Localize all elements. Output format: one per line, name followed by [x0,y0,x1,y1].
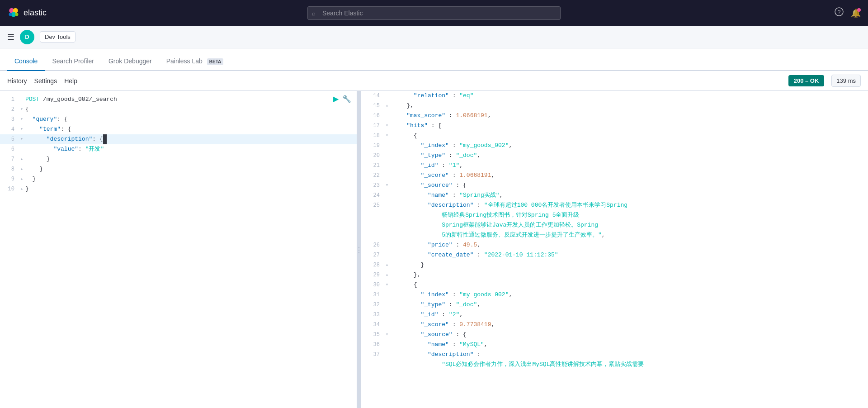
svg-point-4 [15,13,19,16]
result-line-24: 24 "name" : "Spring实战", [361,190,868,200]
line-num-5: 5 [0,134,18,144]
line-content-2: { [25,104,357,114]
svg-point-3 [9,13,12,16]
line-num-6: 6 [0,144,18,154]
line-content-8: } [25,164,357,174]
line-content-5: "description": { [25,134,357,144]
result-line-15: 15 ▴ }, [361,101,868,111]
notifications-icon[interactable]: 🔔 [851,8,861,18]
result-line-18: 18 ▾ { [361,131,868,141]
beta-badge: BETA [207,58,223,65]
result-line-19: 19 "_index" : "my_goods_002", [361,141,868,151]
help-icon[interactable]: ? [835,7,844,19]
menu-history[interactable]: History [7,77,27,85]
result-line-32: 32 "_type" : "_doc", [361,300,868,310]
dev-tools-badge[interactable]: Dev Tools [40,31,75,43]
line-num-8: 8 [0,164,18,174]
settings-button[interactable]: 🔧 [342,95,351,103]
line-content-7: } [25,154,357,164]
menu-help[interactable]: Help [64,77,77,85]
result-line-22: 22 "_score" : 1.0668191, [361,171,868,180]
result-line-25: 25 "description" : "全球有超过100 000名开发者使用本书… [361,200,868,240]
result-line-36: 36 "name" : "MySQL", [361,340,868,350]
user-avatar[interactable]: D [20,30,34,44]
main-content: ▶ 🔧 1 POST /my_goods_002/_search 2 ▾ { 3… [0,91,868,408]
logo-area: elastic [7,7,47,19]
editor-panel[interactable]: ▶ 🔧 1 POST /my_goods_002/_search 2 ▾ { 3… [0,91,357,408]
line-content-6: "value": "开发" [25,144,357,154]
editor-toolbar: ▶ 🔧 [333,95,351,103]
line-content-10: } [25,184,357,194]
editor-line-5: 5 ▾ "description": { [0,134,357,144]
result-line-21: 21 "_id" : "1", [361,161,868,171]
editor-line-7: 7 ▴ } [0,154,357,164]
tab-painless-lab[interactable]: Painless Lab BETA [159,52,231,71]
editor-line-6: 6 "value": "开发" [0,144,357,154]
editor-line-3: 3 ▾ "query": { [0,114,357,124]
panel-divider[interactable]: ⋮ [357,91,361,408]
line-num-4: 4 [0,124,18,134]
fold-8[interactable]: ▴ [18,164,25,174]
run-button[interactable]: ▶ [333,95,339,103]
search-icon: ⌕ [312,9,316,16]
cursor [103,134,107,144]
result-line-37: 37 "description" : "SQL必知必会作者力作，深入浅出MySQ… [361,350,868,370]
result-line-33: 33 "_id" : "2", [361,310,868,320]
secondary-bar: ☰ D Dev Tools [0,26,868,48]
tab-console[interactable]: Console [7,52,45,71]
time-badge: 139 ms [831,75,861,87]
fold-5[interactable]: ▾ [18,134,25,144]
line-content-3: "query": { [25,114,357,124]
line-num-1: 1 [0,95,18,104]
notification-dot [857,8,861,12]
svg-text:?: ? [838,9,841,15]
result-line-29: 29 ▴ }, [361,270,868,280]
result-line-31: 31 "_index" : "my_goods_002", [361,290,868,300]
editor-line-1: 1 POST /my_goods_002/_search [0,95,357,104]
results-panel[interactable]: 14 "relation" : "eq" 15 ▴ }, 16 "max_sco… [361,91,868,408]
global-search-input[interactable] [307,6,561,20]
tab-bar: Console Search Profiler Grok Debugger Pa… [0,48,868,71]
status-ok-badge: 200 – OK [788,75,825,86]
editor-line-8: 8 ▴ } [0,164,357,174]
result-line-20: 20 "_type" : "_doc", [361,151,868,161]
tab-grok-debugger[interactable]: Grok Debugger [101,52,159,71]
global-search-bar[interactable]: ⌕ [307,6,561,20]
fold-7[interactable]: ▴ [18,154,25,164]
line-content-9: } [25,174,357,184]
elastic-logo-icon [7,7,20,19]
line-num-10: 10 [0,184,18,194]
result-line-17: 17 ▾ "hits" : [ [361,121,868,131]
line-num-2: 2 [0,104,18,114]
result-line-35: 35 ▾ "_source" : { [361,330,868,340]
result-line-30: 30 ▾ { [361,280,868,290]
tab-search-profiler[interactable]: Search Profiler [45,52,101,71]
result-line-28: 28 ▴ } [361,260,868,270]
line-content-4: "term": { [25,124,357,134]
result-line-26: 26 "price" : 49.5, [361,240,868,250]
hamburger-button[interactable]: ☰ [7,32,14,42]
result-line-27: 27 "create_date" : "2022-01-10 11:12:35" [361,250,868,260]
line-num-7: 7 [0,154,18,164]
result-line-23: 23 ▾ "_source" : { [361,180,868,190]
result-line-34: 34 "_score" : 0.7738419, [361,320,868,330]
fold-2[interactable]: ▾ [18,104,25,114]
line-num-3: 3 [0,114,18,124]
fold-9[interactable]: ▴ [18,174,25,184]
navbar: elastic ⌕ ? 🔔 [0,0,868,26]
result-line-14: 14 "relation" : "eq" [361,91,868,101]
fold-10[interactable]: ▴ [18,184,25,194]
editor-line-10: 10 ▴ } [0,184,357,194]
fold-4[interactable]: ▾ [18,124,25,134]
line-num-9: 9 [0,174,18,184]
result-line-16: 16 "max_score" : 1.0668191, [361,111,868,121]
logo-text: elastic [24,8,47,18]
editor-line-9: 9 ▴ } [0,174,357,184]
fold-3[interactable]: ▾ [18,114,25,124]
code-editor[interactable]: 1 POST /my_goods_002/_search 2 ▾ { 3 ▾ "… [0,91,357,408]
editor-line-4: 4 ▾ "term": { [0,124,357,134]
nav-right: ? 🔔 [835,7,861,19]
editor-line-2: 2 ▾ { [0,104,357,114]
menu-settings[interactable]: Settings [34,77,57,85]
line-content-1: POST /my_goods_002/_search [25,95,357,104]
